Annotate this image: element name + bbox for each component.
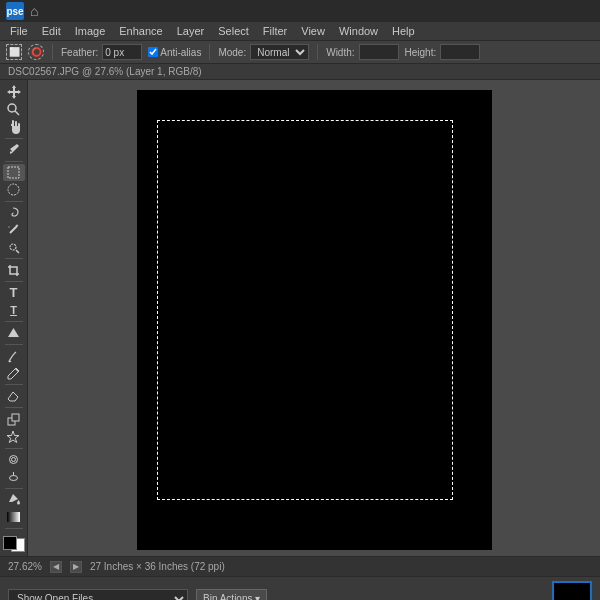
eyedropper-tool-btn[interactable] bbox=[3, 141, 25, 157]
foreground-color[interactable] bbox=[3, 536, 17, 550]
quick-select-btn[interactable] bbox=[3, 239, 25, 255]
svg-point-11 bbox=[10, 476, 18, 481]
main-layout: T T bbox=[0, 80, 600, 556]
crop-tool-btn[interactable] bbox=[3, 262, 25, 278]
menu-help[interactable]: Help bbox=[386, 22, 421, 40]
tool-sep-1 bbox=[5, 138, 23, 139]
tool-sep-8 bbox=[5, 384, 23, 385]
tool-sep-6 bbox=[5, 321, 23, 322]
height-input[interactable] bbox=[440, 44, 480, 60]
menu-filter[interactable]: Filter bbox=[257, 22, 293, 40]
home-icon[interactable]: ⌂ bbox=[30, 3, 38, 19]
status-nav-prev[interactable]: ◀ bbox=[50, 561, 62, 573]
type-mask-btn[interactable]: T bbox=[3, 302, 25, 318]
title-bar: pse ⌂ bbox=[0, 0, 600, 22]
svg-line-1 bbox=[15, 111, 19, 115]
options-bar: ⬜ ⭕ Feather: Anti-alias Mode: Normal Wid… bbox=[0, 40, 600, 64]
feather-label: Feather: bbox=[61, 47, 98, 58]
height-label: Height: bbox=[405, 47, 437, 58]
tool-rect-icon: ⬜ bbox=[6, 44, 22, 60]
magic-wand-btn[interactable] bbox=[3, 222, 25, 238]
menu-view[interactable]: View bbox=[295, 22, 331, 40]
tool-sep-4 bbox=[5, 258, 23, 259]
selection-marquee bbox=[157, 120, 453, 500]
tool-sep-9 bbox=[5, 407, 23, 408]
svg-rect-13 bbox=[7, 512, 20, 522]
tool-sep-10 bbox=[5, 448, 23, 449]
tool-sep-12 bbox=[5, 528, 23, 529]
menu-file[interactable]: File bbox=[4, 22, 34, 40]
dodge-tool-btn[interactable] bbox=[3, 469, 25, 485]
paint-bucket-btn[interactable] bbox=[3, 491, 25, 507]
options-divider-1 bbox=[52, 44, 53, 60]
app-icon: pse bbox=[6, 2, 24, 20]
zoom-level: 27.62% bbox=[8, 561, 42, 572]
menu-image[interactable]: Image bbox=[69, 22, 112, 40]
status-bar: 27.62% ◀ ▶ 27 Inches × 36 Inches (72 ppi… bbox=[0, 556, 600, 576]
tool-sep-5 bbox=[5, 281, 23, 282]
antialiased-text: Anti-alias bbox=[160, 47, 201, 58]
healing-tool-btn[interactable] bbox=[3, 428, 25, 444]
antialiased-checkbox[interactable] bbox=[148, 47, 158, 57]
file-info: DSC02567.JPG @ 27.6% (Layer 1, RGB/8) bbox=[8, 66, 202, 77]
options-divider-2 bbox=[209, 44, 210, 60]
blur-tool-btn[interactable] bbox=[3, 451, 25, 467]
hand-tool-btn[interactable] bbox=[3, 118, 25, 134]
mode-dropdown[interactable]: Normal bbox=[250, 44, 309, 60]
move-tool-btn[interactable] bbox=[3, 84, 25, 100]
mode-group: Mode: Normal bbox=[218, 44, 309, 60]
options-divider-3 bbox=[317, 44, 318, 60]
eraser-tool-btn[interactable] bbox=[3, 388, 25, 404]
mode-label: Mode: bbox=[218, 47, 246, 58]
tool-sep-3 bbox=[5, 201, 23, 202]
width-label: Width: bbox=[326, 47, 354, 58]
bin-actions-btn[interactable]: Bin Actions ▾ bbox=[196, 589, 267, 601]
width-input[interactable] bbox=[359, 44, 399, 60]
menu-select[interactable]: Select bbox=[212, 22, 255, 40]
clone-tool-btn[interactable] bbox=[3, 411, 25, 427]
bottom-panel: Show Open Files Bin Actions ▾ bbox=[0, 576, 600, 600]
svg-point-9 bbox=[10, 455, 18, 463]
svg-rect-2 bbox=[8, 167, 19, 178]
menu-enhance[interactable]: Enhance bbox=[113, 22, 168, 40]
brush-tool-btn[interactable] bbox=[3, 348, 25, 364]
color-swatches[interactable] bbox=[3, 536, 25, 552]
zoom-tool-btn[interactable] bbox=[3, 101, 25, 117]
feather-input[interactable] bbox=[102, 44, 142, 60]
dimensions-info: 27 Inches × 36 Inches (72 ppi) bbox=[90, 561, 225, 572]
marquee-ellipse-btn[interactable] bbox=[3, 182, 25, 198]
svg-point-5 bbox=[10, 244, 16, 250]
height-group: Height: bbox=[405, 44, 481, 60]
open-files-dropdown[interactable]: Show Open Files bbox=[8, 589, 188, 601]
tool-sep-11 bbox=[5, 488, 23, 489]
tool-sep-7 bbox=[5, 344, 23, 345]
canvas-wrapper bbox=[137, 90, 492, 550]
antialiased-label[interactable]: Anti-alias bbox=[148, 47, 201, 58]
menu-bar: File Edit Image Enhance Layer Select Fil… bbox=[0, 22, 600, 40]
menu-layer[interactable]: Layer bbox=[171, 22, 211, 40]
width-group: Width: bbox=[326, 44, 398, 60]
shape-tool-btn[interactable] bbox=[3, 325, 25, 341]
canvas-area bbox=[28, 80, 600, 556]
status-nav-next[interactable]: ▶ bbox=[70, 561, 82, 573]
lasso-tool-btn[interactable] bbox=[3, 205, 25, 221]
pencil-tool-btn[interactable] bbox=[3, 365, 25, 381]
canvas-document bbox=[137, 90, 492, 550]
text-tool-btn[interactable]: T bbox=[3, 285, 25, 301]
file-thumbnail bbox=[552, 581, 592, 601]
svg-marker-6 bbox=[8, 328, 19, 337]
svg-rect-8 bbox=[12, 414, 19, 421]
zoom-value: 27.62% bbox=[8, 561, 42, 572]
tool-ellipse-icon: ⭕ bbox=[28, 44, 44, 60]
gradient-tool-btn[interactable] bbox=[3, 509, 25, 525]
svg-line-4 bbox=[10, 226, 17, 233]
bin-actions-label: Bin Actions ▾ bbox=[203, 593, 260, 600]
tool-sep-2 bbox=[5, 161, 23, 162]
info-bar: DSC02567.JPG @ 27.6% (Layer 1, RGB/8) bbox=[0, 64, 600, 80]
marquee-rect-btn[interactable] bbox=[3, 164, 25, 180]
menu-window[interactable]: Window bbox=[333, 22, 384, 40]
toolbar: T T bbox=[0, 80, 28, 556]
svg-point-0 bbox=[8, 104, 16, 112]
menu-edit[interactable]: Edit bbox=[36, 22, 67, 40]
svg-point-10 bbox=[12, 457, 16, 461]
